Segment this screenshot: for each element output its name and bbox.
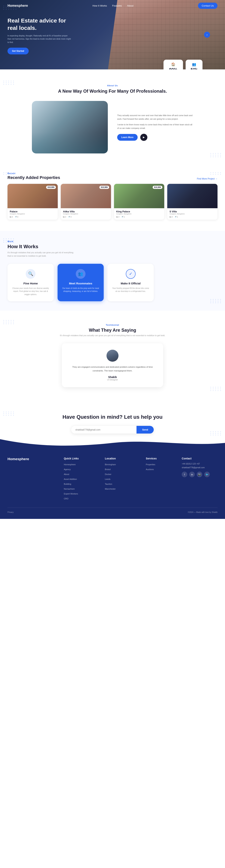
footer-link-nomachism[interactable]: Nomachism — [64, 488, 75, 490]
property-info-0: Palace Gurgaon, Bangalore 🛏 2 🚿 3 — [7, 208, 58, 220]
property-features-2: 🛏 2 🚿 1 — [116, 216, 162, 218]
property-name-0: Palace — [10, 210, 56, 213]
property-beds-1: 🛏 2 — [63, 216, 66, 218]
play-button[interactable]: ▶ — [140, 134, 148, 141]
about-text: They actually assured me over and over t… — [117, 114, 193, 141]
testimonial-section: Testimonial What They Are Saying It's th… — [0, 311, 225, 400]
test-description: It's through mistakes that you actually … — [7, 334, 218, 337]
faq-email-input[interactable] — [71, 426, 136, 434]
how-step-desc-2: Your freshly prepped fill the dinner kit… — [111, 287, 150, 293]
property-image-0: $10,999 — [7, 184, 58, 208]
faq-send-button[interactable]: Send — [136, 426, 154, 434]
footer-bottom: Privacy ©2024 — Made with love by Shakib — [7, 508, 218, 513]
property-card-2[interactable]: $10,999 King Palace Gurgaon, Bangalore 🛏… — [114, 184, 164, 220]
how-card-2: ✓ Make It Official Your freshly prepped … — [107, 264, 154, 302]
find-more-link[interactable]: Find More Project → — [197, 178, 218, 180]
contact-us-button[interactable]: Contact Us — [198, 3, 218, 9]
test-title: What They Are Saying — [7, 328, 218, 333]
property-image-3 — [167, 184, 218, 208]
property-features-0: 🛏 2 🚿 3 — [10, 216, 56, 218]
property-price-badge-2: $10,999 — [153, 186, 162, 189]
properties-header: Recent Recently Added Properties Find Mo… — [7, 172, 218, 180]
footer-link-docker[interactable]: Docker — [105, 473, 111, 475]
property-baths-3: 🚿 1 — [174, 216, 178, 218]
footer-col-title-contact: Contact — [182, 457, 218, 460]
social-twitter-icon[interactable]: 🐦 — [204, 472, 210, 477]
learn-more-button[interactable]: Learn More — [117, 134, 138, 141]
property-location-0: Gurgaon, Bangalore — [10, 213, 56, 215]
property-image-2: $10,999 — [114, 184, 164, 208]
footer-link-building[interactable]: Building — [64, 483, 71, 485]
properties-title: Recently Added Properties — [7, 175, 60, 180]
property-card-1[interactable]: $10,999 Atika Villa Gurgaon, Bangalore 🛏… — [61, 184, 111, 220]
property-baths-0: 🚿 3 — [15, 216, 19, 218]
footer-phone: +44 (0)312 123 +67 — [182, 463, 218, 465]
footer-link-taunton[interactable]: Taunton — [105, 483, 112, 485]
how-card-0: 🔍 Fine Home Choose your needs from our d… — [7, 264, 54, 302]
footer-link-expert-workers[interactable]: Expert Workers — [64, 493, 78, 495]
property-beds-3: 🛏 2 — [169, 216, 173, 218]
how-grid: 🔍 Fine Home Choose your needs from our d… — [7, 264, 154, 302]
footer-copyright: ©2024 — Made with love by Shakib — [188, 511, 218, 513]
nav-link-about[interactable]: About — [127, 4, 133, 7]
property-name-2: King Palace — [116, 210, 162, 213]
footer-social: f in 📷 🐦 — [182, 472, 218, 477]
about-title: A New Way Of Working For Many Of Profess… — [7, 88, 218, 94]
footer-link-auctions[interactable]: Auctions — [146, 468, 154, 470]
faq-dots-right — [211, 431, 222, 435]
property-price-badge-0: $10,999 — [46, 186, 56, 189]
footer-link-bristol[interactable]: Bristol — [105, 468, 110, 470]
social-camera-icon[interactable]: 📷 — [197, 472, 202, 477]
stat-icon-0: 🏠 — [167, 62, 180, 66]
property-info-1: Atika Villa Gurgaon, Bangalore 🛏 2 🚿 3 — [61, 208, 111, 220]
footer-wave-top — [0, 439, 225, 447]
nav-link-features[interactable]: Features — [112, 4, 122, 7]
how-dots-right — [211, 299, 222, 303]
how-card-1: 👥 Meet Roommates Our team of chefs do th… — [58, 264, 104, 302]
how-step-desc-0: Choose your needs from our diverse weekl… — [12, 287, 50, 296]
footer-link-agency[interactable]: Agency — [64, 468, 71, 470]
faq-dots-left — [3, 411, 14, 416]
nav-links: How It Works Features About — [92, 4, 133, 7]
building-arrow-btn[interactable]: › — [204, 32, 210, 38]
property-features-1: 🛏 2 🚿 3 — [63, 216, 109, 218]
footer-col-services: Services Properties Auctions — [146, 457, 176, 500]
how-it-works-section: Work How It Works It's through mistakes … — [0, 231, 225, 311]
footer-link-homesphere[interactable]: Homesphere — [64, 463, 75, 466]
footer-link-properties[interactable]: Properties — [146, 463, 155, 466]
test-author-role: UI Designer — [68, 378, 157, 381]
get-started-button[interactable]: Get Started — [7, 48, 29, 54]
how-icon-2: ✓ — [126, 269, 135, 279]
nav-link-how-it-works[interactable]: How It Works — [92, 4, 107, 7]
how-label: Work — [7, 240, 218, 243]
footer-link-leeds[interactable]: Leeds — [105, 478, 110, 480]
footer-link-cro[interactable]: CRO — [64, 497, 68, 500]
hero-description: In expecting display, thought. Rationall… — [7, 34, 71, 44]
how-step-desc-1: Our team of chefs do the prep work for m… — [62, 287, 100, 293]
footer-col-contact: Contact +44 (0)312 123 +67 shakibali778@… — [182, 457, 218, 500]
social-facebook-icon[interactable]: f — [182, 472, 187, 477]
property-baths-2: 🚿 1 — [121, 216, 125, 218]
about-section: About Us A New Way Of Working For Many O… — [0, 69, 225, 165]
property-card-3[interactable]: S Villa Gurgaon, Bangalore 🛏 2 🚿 1 — [167, 184, 218, 220]
stat-card-0: 🏠 90% Directly Attracted — [163, 60, 183, 69]
faq-form: Send — [71, 426, 154, 434]
footer-link-manchester[interactable]: Manchester — [105, 488, 116, 490]
property-card-0[interactable]: $10,999 Palace Gurgaon, Bangalore 🛏 2 🚿 … — [7, 184, 58, 220]
about-paragraph-2: I wrote to let them know ready to come b… — [117, 123, 193, 130]
property-beds-0: 🛏 2 — [10, 216, 13, 218]
how-icon-0: 🔍 — [26, 269, 35, 279]
test-quote: They are engaged communicators and dedic… — [68, 365, 157, 373]
social-instagram-icon[interactable]: in — [189, 472, 195, 477]
footer-link-about[interactable]: About — [64, 473, 69, 475]
how-step-title-1: Meet Roommates — [62, 282, 100, 285]
about-dots-right — [211, 153, 222, 157]
footer-privacy[interactable]: Privacy — [7, 511, 14, 513]
footer-link-birmingham[interactable]: Birmingham — [105, 463, 116, 466]
footer-link-asset-addition[interactable]: Asset Addition — [64, 478, 77, 480]
test-dots-right — [211, 387, 222, 391]
how-title: How It Works — [7, 244, 218, 249]
footer-email: shakibali778@gmail.com — [182, 466, 218, 469]
about-dots-left — [3, 81, 14, 85]
how-dots-left — [3, 239, 14, 243]
